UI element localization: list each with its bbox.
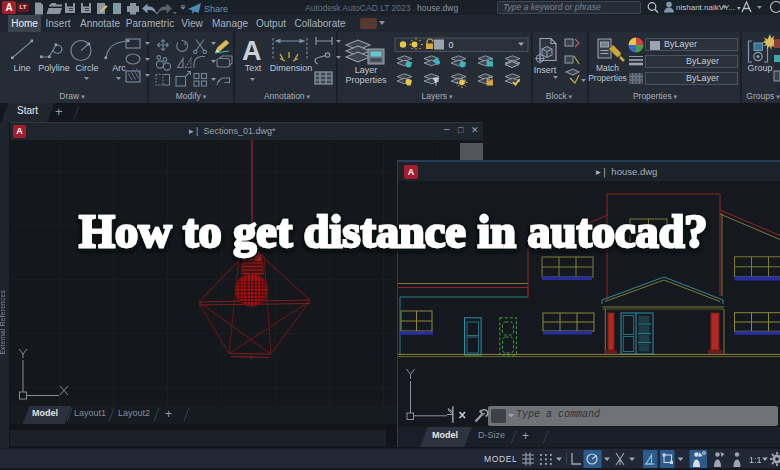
svg-text:Share: Share (204, 4, 228, 14)
svg-text:0: 0 (449, 40, 454, 50)
svg-text:A: A (242, 36, 262, 66)
svg-text:1:1: 1:1 (749, 455, 762, 465)
svg-text:How to get distance in autocad: How to get distance in autocad? (79, 205, 708, 257)
